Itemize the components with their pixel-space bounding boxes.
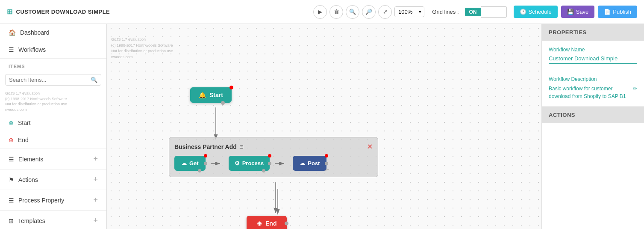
start-node[interactable]: 🔔 Start [190,87,232,103]
search-input[interactable] [9,77,91,83]
sidebar-watermark: GoJS 1.7 evaluation (c) 1998-2017 Northw… [0,89,106,114]
save-icon: 💾 [567,9,574,15]
workflow-desc-label: Workflow Description [549,76,637,82]
get-icon: ☁ [181,160,187,167]
watermark-line3: Not for distribution or production use [5,101,101,107]
zoom-out-button[interactable]: 🔎 [362,5,376,19]
sidebar: 🏠 Dashboard ☰ Workflows ITEMS 🔍 GoJS 1.7… [0,24,107,229]
process-label: Process [242,160,264,167]
sidebar-item-process-property[interactable]: ☰ Process Property + [0,190,106,210]
arrow-process-post [275,159,288,168]
process-property-expand-icon[interactable]: + [93,196,98,205]
save-label: Save [576,9,589,15]
workflows-icon: ☰ [9,46,14,53]
end-node[interactable]: ⊕ End [247,216,287,229]
templates-icon: ⊞ [9,217,14,224]
group-business-partner[interactable]: Business Partner Add ⊟ ✕ ☁ Get [169,137,378,177]
toolbar: ▶ 🗑 🔍 🔎 ⤢ 100% ▾ Grid lines : ON [313,5,506,19]
watermark-line1: GoJS 1.7 evaluation [5,91,101,96]
group-collapse-icon[interactable]: ⊟ [239,144,244,150]
elements-icon: ☰ [9,156,14,163]
home-icon: 🏠 [9,29,16,36]
get-dot-gray-r [204,162,207,165]
sidebar-item-dashboard[interactable]: 🏠 Dashboard [0,24,106,41]
workflow-desc-text: Basic workflow for customer download fro… [549,85,631,100]
process-property-icon: ☰ [9,197,14,204]
delete-button[interactable]: 🗑 [329,5,343,19]
workflow-name-value[interactable]: Customer Download Simple [549,55,637,64]
start-node-icon: 🔔 [199,92,206,98]
sidebar-item-actions[interactable]: ⚑ Actions + [0,169,106,190]
process-icon: ⚙ [235,160,240,167]
group-header: Business Partner Add ⊟ ✕ [174,143,373,151]
canvas-watermark-line3: Not for distribution or production use [111,48,173,54]
grid-toggle[interactable]: ON [465,6,507,18]
workflow-name-label: Workflow Name [549,47,637,53]
edit-icon[interactable]: ✏ [633,85,637,100]
start-dot-gray [221,101,225,105]
sidebar-item-elements[interactable]: ☰ Elements + [0,149,106,169]
search-box[interactable]: 🔍 [5,74,101,86]
page-title: CUSTOMER DOWNLOAD SIMPLE [16,9,110,15]
fit-button[interactable]: ⤢ [378,5,392,19]
canvas-watermark-line1: GoJS 1.7 evaluation [111,37,173,43]
publish-icon: 📄 [604,9,611,15]
post-icon: ☁ [300,160,305,167]
workflows-label: Workflows [18,46,46,53]
grid-on-state[interactable]: ON [465,8,481,16]
watermark-line4: nwoods.com [5,107,101,113]
elements-expand-icon[interactable]: + [93,155,98,164]
actions-header: ACTIONS [542,107,644,123]
sidebar-item-templates[interactable]: ⊞ Templates + [0,210,106,229]
watermark-line2: (c) 1998-2017 Northwoods Software [5,96,101,102]
workflow-desc-value[interactable]: Basic workflow for customer download fro… [549,85,637,100]
zoom-in-button[interactable]: 🔍 [346,5,359,19]
actions-icon: ⚑ [9,176,14,183]
grid-input[interactable] [481,6,507,18]
workflow-name-section: Workflow Name Customer Download Simple [542,41,644,70]
arrow-group-end [271,182,280,217]
sidebar-item-end[interactable]: ⊕ End [0,131,106,149]
post-dot-gray-r [325,162,328,165]
workflow-desc-section: Workflow Description Basic workflow for … [542,70,644,107]
get-dot-gray-b [198,169,201,172]
search-icon: 🔍 [91,77,97,83]
group-title-text: Business Partner Add [174,143,237,150]
schedule-label: Schedule [529,9,552,15]
post-node[interactable]: ☁ Post [293,156,326,171]
end-node-label: End [265,220,276,227]
elements-label: Elements [18,156,43,163]
group-title-row: Business Partner Add ⊟ [174,143,244,150]
publish-button[interactable]: 📄 Publish [598,6,637,18]
actions-expand-icon[interactable]: + [93,175,98,184]
canvas-watermark-line4: nwoods.com [111,54,173,60]
properties-header: PROPERTIES [542,24,644,41]
properties-panel: PROPERTIES Workflow Name Customer Downlo… [541,24,644,229]
arrow-get-process [211,159,223,168]
header-actions: 🕐 Schedule 💾 Save 📄 Publish [514,6,638,18]
process-dot-red [268,154,271,158]
group-close-icon[interactable]: ✕ [367,143,373,151]
publish-label: Publish [613,9,631,15]
sidebar-item-workflows[interactable]: ☰ Workflows [0,41,106,58]
dashboard-label: Dashboard [20,29,50,36]
zoom-control: 100% ▾ [394,6,424,17]
sidebar-item-start[interactable]: ⊛ Start [0,114,106,131]
end-icon: ⊕ [9,137,14,143]
schedule-button[interactable]: 🕐 Schedule [514,6,558,18]
templates-expand-icon[interactable]: + [93,216,98,225]
canvas-watermark: GoJS 1.7 evaluation (c) 1998-2017 Northw… [111,37,173,60]
save-button[interactable]: 💾 Save [561,6,595,18]
play-button[interactable]: ▶ [313,5,327,19]
canvas[interactable]: GoJS 1.7 evaluation (c) 1998-2017 Northw… [107,24,541,229]
layers-icon: ⊞ [7,8,13,16]
items-section-title: ITEMS [0,59,106,71]
nodes-row: ☁ Get ⚙ Process [174,156,373,171]
zoom-dropdown[interactable]: ▾ [416,7,424,16]
actions-label: Actions [18,176,38,183]
get-node[interactable]: ☁ Get [174,156,206,171]
header: ⊞ CUSTOMER DOWNLOAD SIMPLE ▶ 🗑 🔍 🔎 ⤢ 100… [0,0,644,24]
end-dot-gray [285,222,288,226]
canvas-watermark-line2: (c) 1998-2017 Northwoods Software [111,43,173,49]
process-node[interactable]: ⚙ Process [229,156,270,171]
